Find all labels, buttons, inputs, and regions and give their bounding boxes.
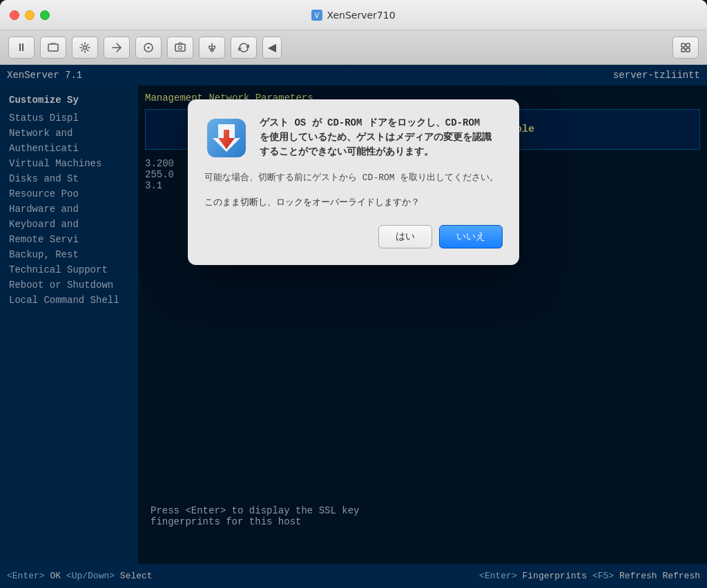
title-text: XenServer710 [327,10,395,21]
dialog: ゲスト OS が CD-ROM ドアをロックし、CD-ROMを使用しているため、… [188,99,519,265]
svg-rect-2 [48,44,58,51]
dialog-buttons: はい いいえ [204,225,503,248]
xen-background: XenServer 7.1 server-tzliintt Customize … [0,65,707,588]
screenshot-button[interactable] [167,37,193,59]
snapshot-button[interactable] [40,37,66,59]
window-title: V XenServer710 [311,10,395,21]
svg-rect-3 [50,43,56,45]
vm-screen[interactable]: XenServer 7.1 server-tzliintt Customize … [0,65,707,588]
settings-button[interactable] [72,37,98,59]
svg-point-8 [179,46,182,49]
minimize-button[interactable] [25,10,35,20]
title-bar: V XenServer710 [0,0,707,30]
svg-rect-13 [686,48,690,52]
dialog-secondary-text: 可能な場合、切断する前にゲストから CD-ROM を取り出してください。 [204,171,503,185]
svg-rect-10 [681,43,685,47]
svg-rect-12 [681,48,685,52]
svg-point-4 [84,46,87,49]
svg-rect-7 [175,44,185,51]
close-button[interactable] [10,10,19,20]
app-icon: V [311,10,322,21]
svg-text:V: V [315,12,320,19]
toolbar: ⏸ [0,30,707,65]
dialog-no-button[interactable]: いいえ [439,225,503,248]
usb-button[interactable] [199,37,225,59]
dialog-main-text: ゲスト OS が CD-ROM ドアをロックし、CD-ROMを使用しているため、… [260,116,492,159]
traffic-lights [10,10,50,20]
dialog-text-strong: ゲスト OS が CD-ROM ドアをロックし、CD-ROMを使用しているため、… [260,117,492,157]
fullscreen-button[interactable] [672,37,699,59]
cycle-button[interactable] [231,37,257,59]
dialog-yes-button[interactable]: はい [378,225,432,248]
svg-point-6 [148,46,150,48]
dialog-header: ゲスト OS が CD-ROM ドアをロックし、CD-ROMを使用しているため、… [204,116,503,160]
window-chrome: V XenServer710 ⏸ [0,0,707,65]
svg-rect-11 [686,43,690,47]
dialog-overlay: ゲスト OS が CD-ROM ドアをロックし、CD-ROMを使用しているため、… [0,65,707,588]
back-button[interactable]: ◀ [262,37,282,59]
dialog-text-main: ゲスト OS が CD-ROM ドアをロックし、CD-ROMを使用しているため、… [260,116,492,159]
remote-button[interactable] [104,37,130,59]
dialog-question: このまま切断し、ロックをオーバーライドしますか？ [204,196,503,208]
maximize-button[interactable] [40,10,50,20]
pause-button[interactable]: ⏸ [8,37,35,59]
cd-button[interactable] [135,37,162,59]
vmware-icon [204,116,249,160]
